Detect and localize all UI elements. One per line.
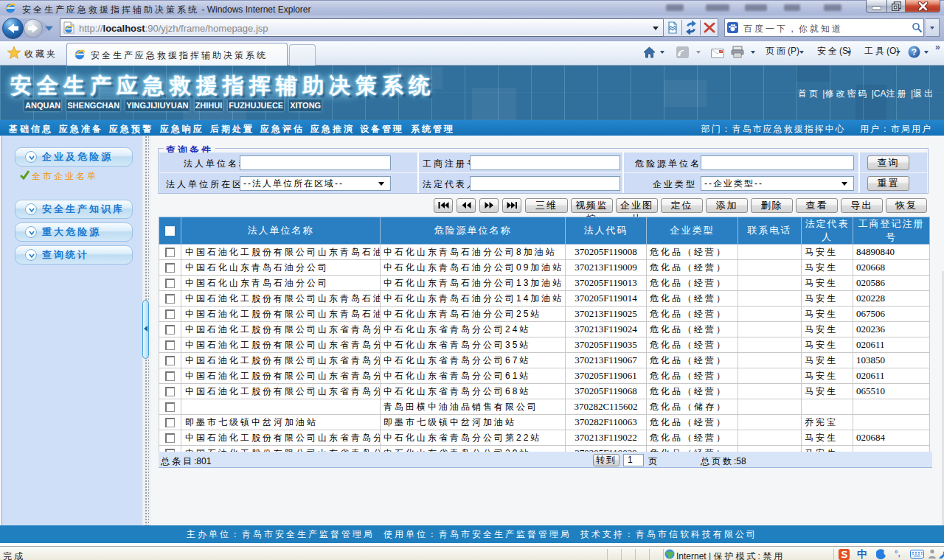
svg-text:?: ? [912, 47, 917, 57]
